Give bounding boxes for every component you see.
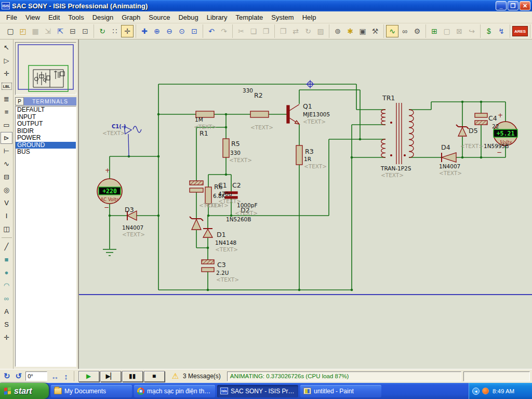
task-paint[interactable]: untitled - Paint — [300, 385, 381, 397]
component-mode-icon[interactable]: ▷ — [1, 55, 12, 66]
title-bar: ISIS SAC SONY - ISIS Professional (Anima… — [0, 0, 532, 11]
terminal-item-bidir[interactable]: BIDIR — [16, 128, 76, 135]
pick-parts-button[interactable]: P — [15, 97, 24, 105]
menu-graph[interactable]: Graph — [117, 12, 144, 22]
menu-system[interactable]: System — [267, 12, 298, 22]
restore-button[interactable]: ❐ — [508, 1, 518, 10]
terminal-item-output[interactable]: OUTPUT — [16, 121, 76, 128]
generator-mode-icon[interactable]: ◎ — [1, 184, 12, 196]
graphics-text-icon[interactable]: A — [1, 305, 12, 317]
terminals-mode-icon[interactable]: ⊳ — [1, 132, 12, 144]
voltage-probe-icon[interactable]: V — [1, 197, 12, 209]
flip-vertical-icon[interactable]: ↕ — [62, 372, 70, 381]
zoom-out-icon[interactable]: ⊖ — [163, 25, 176, 37]
packaging-tool-icon[interactable]: ▣ — [356, 25, 369, 37]
origin-marker — [306, 80, 314, 88]
decompose-icon[interactable]: ⚒ — [369, 25, 381, 37]
task-chrome[interactable]: mạch sạc pin điện tho... — [134, 385, 215, 397]
menu-design[interactable]: Design — [88, 12, 117, 22]
graphics-box-icon[interactable]: ■ — [1, 254, 12, 265]
graphics-path-icon[interactable]: ∞ — [1, 292, 12, 304]
start-button[interactable]: start — [0, 383, 49, 399]
markers-icon[interactable]: ✛ — [1, 331, 12, 343]
schematic-label: 1000pF — [237, 202, 257, 208]
selection-pointer-icon[interactable]: ↖ — [1, 42, 12, 54]
menu-debug[interactable]: Debug — [174, 12, 202, 22]
rotate-anticlockwise-icon[interactable]: ↺ — [14, 371, 24, 381]
redraw-icon[interactable]: ↻ — [96, 25, 109, 37]
new-sheet-icon: ▢ — [441, 25, 453, 37]
schematic-label: <TEXT> — [216, 276, 239, 283]
tray-app-icon[interactable] — [482, 388, 489, 394]
zoom-all-icon[interactable]: ⊙ — [176, 25, 188, 37]
zoom-area-icon[interactable]: ⊡ — [188, 25, 201, 37]
task-folder[interactable]: My Documents — [51, 385, 132, 397]
rotate-clockwise-icon[interactable]: ↻ — [2, 371, 12, 381]
schematic-canvas[interactable]: 330R2<TEXT>1M<TEXT>R1Q1MJE13005<TEXT>R53… — [79, 39, 532, 369]
property-assignment-icon[interactable]: ⚙ — [411, 25, 423, 37]
menu-file[interactable]: File — [2, 12, 21, 22]
close-button[interactable]: ✕ — [520, 1, 530, 10]
export-section-icon[interactable]: ⇱ — [54, 25, 66, 37]
message-count[interactable]: 3 Message(s) — [183, 373, 221, 380]
new-file-icon[interactable]: ▢ — [4, 25, 17, 37]
zoom-in-icon[interactable]: ⊕ — [151, 25, 163, 37]
wire-label-icon[interactable]: LBL — [2, 83, 12, 90]
terminal-item-ground[interactable]: GROUND — [16, 142, 76, 149]
bill-of-materials-icon[interactable]: $ — [483, 25, 495, 37]
menu-source[interactable]: Source — [144, 12, 174, 22]
graphics-line-icon[interactable]: ╱ — [1, 241, 12, 252]
overview-panel[interactable] — [15, 42, 76, 95]
tape-recorder-icon[interactable]: ⊟ — [1, 171, 12, 183]
copy-icon: ❏ — [247, 25, 260, 37]
stop-button[interactable]: ■ — [144, 371, 165, 382]
paste-icon: ❐ — [260, 25, 272, 37]
block-copy-icon: ❒ — [277, 25, 289, 37]
virtual-instruments-icon[interactable]: ◫ — [1, 223, 12, 235]
netlist-to-ares-icon[interactable]: ARES — [512, 26, 528, 36]
search-tag-icon[interactable]: ∞ — [398, 25, 411, 37]
task-isis[interactable]: isisSAC SONY - ISIS Prof... — [217, 385, 298, 397]
minimize-button[interactable]: _ — [496, 1, 507, 10]
menu-template[interactable]: Template — [232, 12, 268, 22]
step-button[interactable]: ▶▏ — [100, 371, 121, 382]
buses-icon[interactable]: ≡ — [1, 106, 12, 118]
schematic-label: D4 — [441, 143, 450, 151]
menu-library[interactable]: Library — [203, 12, 232, 22]
junction-dot-icon[interactable]: ✛ — [1, 68, 12, 79]
print-icon[interactable]: ⊟ — [66, 25, 79, 37]
graph-mode-icon[interactable]: ∿ — [1, 158, 12, 170]
play-button[interactable]: ▶ — [78, 371, 99, 382]
current-probe-icon[interactable]: I — [1, 210, 12, 222]
terminal-item-default[interactable]: DEFAULT — [16, 107, 76, 114]
pan-icon[interactable]: ✚ — [138, 25, 151, 37]
terminal-item-input[interactable]: INPUT — [16, 114, 76, 121]
menu-tools[interactable]: Tools — [64, 12, 88, 22]
subcircuit-icon[interactable]: ▭ — [1, 119, 12, 131]
wire-autorouter-icon[interactable]: ∿ — [386, 25, 398, 37]
make-device-icon[interactable]: ✱ — [344, 25, 356, 37]
rotation-angle-input[interactable] — [25, 371, 47, 381]
task-label: mạch sạc pin điện tho... — [147, 388, 212, 395]
origin-icon[interactable]: ✛ — [121, 25, 134, 37]
tray-chevron-icon[interactable]: ◂ — [472, 388, 480, 395]
toggle-grid-icon[interactable]: ∷ — [109, 25, 121, 37]
open-file-icon[interactable]: ◰ — [17, 25, 29, 37]
device-pins-icon[interactable]: ⊢ — [1, 145, 12, 157]
menu-edit[interactable]: Edit — [44, 12, 64, 22]
mark-output-area-icon[interactable]: ⊡ — [79, 25, 91, 37]
electrical-rule-check-icon[interactable]: ↯ — [495, 25, 508, 37]
flip-horizontal-icon[interactable]: ↔ — [49, 372, 60, 381]
graphics-circle-icon[interactable]: ● — [1, 267, 12, 278]
menu-view[interactable]: View — [21, 12, 44, 22]
pick-device-icon[interactable]: ⊚ — [331, 25, 344, 37]
graphics-symbol-icon[interactable]: S — [1, 318, 12, 330]
graphics-arc-icon[interactable]: ◠ — [1, 280, 12, 291]
terminal-item-power[interactable]: POWER — [16, 135, 76, 142]
pause-button[interactable]: ▮▮ — [122, 371, 143, 382]
text-script-icon[interactable]: ≣ — [1, 93, 12, 105]
menu-help[interactable]: Help — [298, 12, 321, 22]
undo-icon[interactable]: ↶ — [205, 25, 218, 37]
terminal-item-bus[interactable]: BUS — [16, 149, 76, 156]
design-explorer-icon[interactable]: ⊞ — [428, 25, 441, 37]
